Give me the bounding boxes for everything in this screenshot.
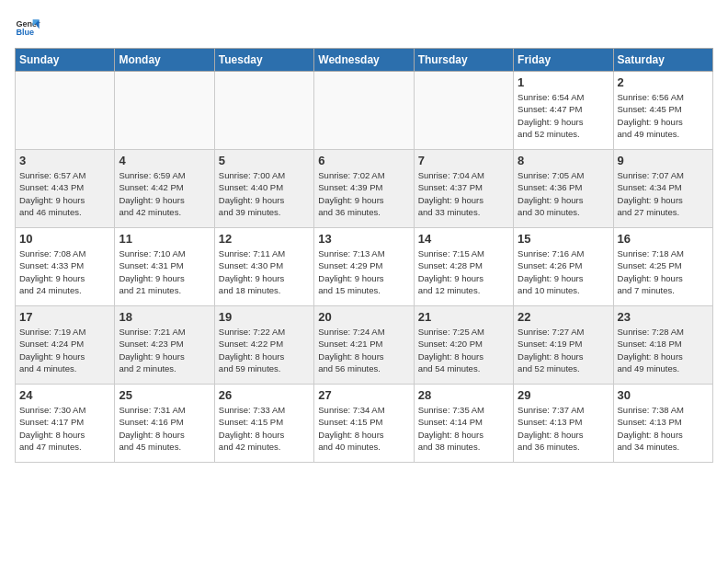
day-number: 22 xyxy=(518,310,609,324)
day-cell: 2Sunrise: 6:56 AM Sunset: 4:45 PM Daylig… xyxy=(613,72,712,150)
day-cell: 27Sunrise: 7:34 AM Sunset: 4:15 PM Dayli… xyxy=(314,385,414,463)
day-number: 8 xyxy=(518,154,609,167)
day-info: Sunrise: 7:04 AM Sunset: 4:37 PM Dayligh… xyxy=(418,169,509,218)
col-header-saturday: Saturday xyxy=(613,49,712,72)
day-cell: 29Sunrise: 7:37 AM Sunset: 4:13 PM Dayli… xyxy=(514,385,613,463)
week-row-1: 1Sunrise: 6:54 AM Sunset: 4:47 PM Daylig… xyxy=(16,72,713,150)
day-cell: 14Sunrise: 7:15 AM Sunset: 4:28 PM Dayli… xyxy=(414,228,513,306)
day-info: Sunrise: 7:13 AM Sunset: 4:29 PM Dayligh… xyxy=(318,247,409,296)
day-info: Sunrise: 7:16 AM Sunset: 4:26 PM Dayligh… xyxy=(518,247,609,296)
day-number: 5 xyxy=(219,154,310,167)
day-cell: 7Sunrise: 7:04 AM Sunset: 4:37 PM Daylig… xyxy=(414,150,513,228)
day-info: Sunrise: 6:59 AM Sunset: 4:42 PM Dayligh… xyxy=(119,169,210,218)
day-info: Sunrise: 7:08 AM Sunset: 4:33 PM Dayligh… xyxy=(19,247,110,296)
day-info: Sunrise: 7:25 AM Sunset: 4:20 PM Dayligh… xyxy=(418,326,509,374)
col-header-thursday: Thursday xyxy=(414,49,513,72)
week-row-5: 24Sunrise: 7:30 AM Sunset: 4:17 PM Dayli… xyxy=(16,385,713,463)
day-info: Sunrise: 6:56 AM Sunset: 4:45 PM Dayligh… xyxy=(618,91,709,140)
day-info: Sunrise: 7:33 AM Sunset: 4:15 PM Dayligh… xyxy=(219,404,310,453)
day-number: 23 xyxy=(618,310,709,324)
day-info: Sunrise: 7:38 AM Sunset: 4:13 PM Dayligh… xyxy=(618,404,709,453)
day-number: 21 xyxy=(418,310,509,324)
page-header: General Blue xyxy=(15,15,713,40)
day-cell: 17Sunrise: 7:19 AM Sunset: 4:24 PM Dayli… xyxy=(16,306,115,385)
header-row: SundayMondayTuesdayWednesdayThursdayFrid… xyxy=(16,49,713,72)
day-info: Sunrise: 7:34 AM Sunset: 4:15 PM Dayligh… xyxy=(318,404,409,453)
day-number: 24 xyxy=(19,388,110,402)
day-cell: 1Sunrise: 6:54 AM Sunset: 4:47 PM Daylig… xyxy=(514,72,613,150)
day-cell xyxy=(314,72,414,150)
day-number: 19 xyxy=(219,310,310,324)
day-info: Sunrise: 7:28 AM Sunset: 4:18 PM Dayligh… xyxy=(618,326,709,374)
week-row-4: 17Sunrise: 7:19 AM Sunset: 4:24 PM Dayli… xyxy=(16,306,713,385)
day-cell: 5Sunrise: 7:00 AM Sunset: 4:40 PM Daylig… xyxy=(214,150,313,228)
col-header-sunday: Sunday xyxy=(16,49,115,72)
day-number: 1 xyxy=(518,75,609,89)
day-cell: 3Sunrise: 6:57 AM Sunset: 4:43 PM Daylig… xyxy=(16,150,115,228)
calendar-table: SundayMondayTuesdayWednesdayThursdayFrid… xyxy=(15,48,713,463)
day-info: Sunrise: 7:27 AM Sunset: 4:19 PM Dayligh… xyxy=(518,326,609,374)
day-number: 29 xyxy=(518,388,609,402)
day-cell: 16Sunrise: 7:18 AM Sunset: 4:25 PM Dayli… xyxy=(613,228,712,306)
svg-text:Blue: Blue xyxy=(16,28,34,37)
day-cell: 19Sunrise: 7:22 AM Sunset: 4:22 PM Dayli… xyxy=(214,306,313,385)
day-number: 18 xyxy=(119,310,210,324)
day-number: 12 xyxy=(219,232,310,246)
week-row-3: 10Sunrise: 7:08 AM Sunset: 4:33 PM Dayli… xyxy=(16,228,713,306)
day-number: 25 xyxy=(119,388,210,402)
day-cell xyxy=(414,72,513,150)
day-number: 17 xyxy=(19,310,110,324)
day-info: Sunrise: 6:54 AM Sunset: 4:47 PM Dayligh… xyxy=(518,91,609,140)
day-number: 16 xyxy=(618,232,709,246)
day-number: 4 xyxy=(119,154,210,167)
col-header-friday: Friday xyxy=(514,49,613,72)
day-cell xyxy=(214,72,313,150)
day-number: 20 xyxy=(318,310,409,324)
day-number: 28 xyxy=(418,388,509,402)
day-number: 13 xyxy=(318,232,409,246)
day-info: Sunrise: 6:57 AM Sunset: 4:43 PM Dayligh… xyxy=(19,169,110,218)
day-number: 9 xyxy=(618,154,709,167)
day-cell: 20Sunrise: 7:24 AM Sunset: 4:21 PM Dayli… xyxy=(314,306,414,385)
day-cell: 22Sunrise: 7:27 AM Sunset: 4:19 PM Dayli… xyxy=(514,306,613,385)
day-info: Sunrise: 7:18 AM Sunset: 4:25 PM Dayligh… xyxy=(618,247,709,296)
day-number: 27 xyxy=(318,388,409,402)
day-cell: 10Sunrise: 7:08 AM Sunset: 4:33 PM Dayli… xyxy=(16,228,115,306)
day-number: 3 xyxy=(19,154,110,167)
day-info: Sunrise: 7:10 AM Sunset: 4:31 PM Dayligh… xyxy=(119,247,210,296)
day-number: 2 xyxy=(618,75,709,89)
day-info: Sunrise: 7:02 AM Sunset: 4:39 PM Dayligh… xyxy=(318,169,409,218)
week-row-2: 3Sunrise: 6:57 AM Sunset: 4:43 PM Daylig… xyxy=(16,150,713,228)
day-cell: 15Sunrise: 7:16 AM Sunset: 4:26 PM Dayli… xyxy=(514,228,613,306)
day-number: 30 xyxy=(618,388,709,402)
col-header-monday: Monday xyxy=(115,49,214,72)
col-header-tuesday: Tuesday xyxy=(214,49,313,72)
day-cell: 25Sunrise: 7:31 AM Sunset: 4:16 PM Dayli… xyxy=(115,385,214,463)
day-number: 11 xyxy=(119,232,210,246)
logo-icon: General Blue xyxy=(15,15,40,40)
day-cell: 30Sunrise: 7:38 AM Sunset: 4:13 PM Dayli… xyxy=(613,385,712,463)
day-info: Sunrise: 7:15 AM Sunset: 4:28 PM Dayligh… xyxy=(418,247,509,296)
day-number: 26 xyxy=(219,388,310,402)
day-number: 15 xyxy=(518,232,609,246)
day-cell: 6Sunrise: 7:02 AM Sunset: 4:39 PM Daylig… xyxy=(314,150,414,228)
day-info: Sunrise: 7:05 AM Sunset: 4:36 PM Dayligh… xyxy=(518,169,609,218)
day-cell: 23Sunrise: 7:28 AM Sunset: 4:18 PM Dayli… xyxy=(613,306,712,385)
day-number: 14 xyxy=(418,232,509,246)
day-number: 7 xyxy=(418,154,509,167)
day-cell: 28Sunrise: 7:35 AM Sunset: 4:14 PM Dayli… xyxy=(414,385,513,463)
day-cell: 9Sunrise: 7:07 AM Sunset: 4:34 PM Daylig… xyxy=(613,150,712,228)
day-info: Sunrise: 7:19 AM Sunset: 4:24 PM Dayligh… xyxy=(19,326,110,374)
day-cell xyxy=(16,72,115,150)
day-cell: 26Sunrise: 7:33 AM Sunset: 4:15 PM Dayli… xyxy=(214,385,313,463)
day-info: Sunrise: 7:35 AM Sunset: 4:14 PM Dayligh… xyxy=(418,404,509,453)
day-cell: 18Sunrise: 7:21 AM Sunset: 4:23 PM Dayli… xyxy=(115,306,214,385)
day-info: Sunrise: 7:11 AM Sunset: 4:30 PM Dayligh… xyxy=(219,247,310,296)
day-info: Sunrise: 7:07 AM Sunset: 4:34 PM Dayligh… xyxy=(618,169,709,218)
day-info: Sunrise: 7:00 AM Sunset: 4:40 PM Dayligh… xyxy=(219,169,310,218)
day-info: Sunrise: 7:21 AM Sunset: 4:23 PM Dayligh… xyxy=(119,326,210,374)
day-cell xyxy=(115,72,214,150)
day-cell: 21Sunrise: 7:25 AM Sunset: 4:20 PM Dayli… xyxy=(414,306,513,385)
day-info: Sunrise: 7:24 AM Sunset: 4:21 PM Dayligh… xyxy=(318,326,409,374)
day-info: Sunrise: 7:31 AM Sunset: 4:16 PM Dayligh… xyxy=(119,404,210,453)
